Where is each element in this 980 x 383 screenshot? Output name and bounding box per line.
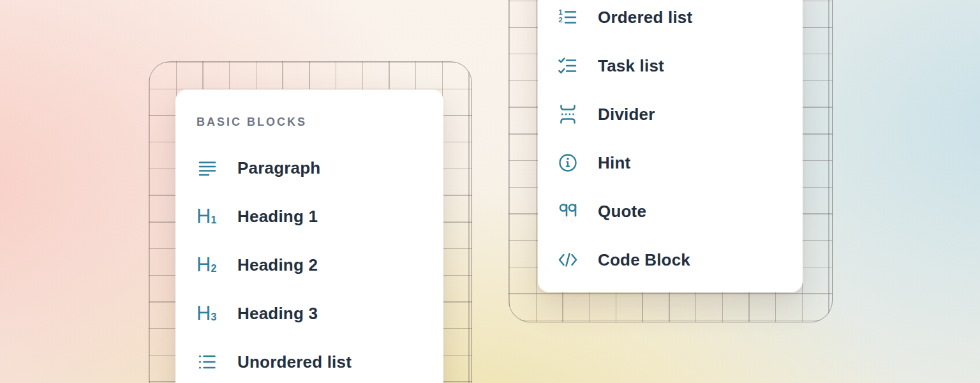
blocks-menu-continued: 12Ordered listTask listDividerHintQuoteC… xyxy=(538,0,803,292)
heading-1-icon: H1 xyxy=(197,206,218,227)
task-list-icon xyxy=(557,55,579,77)
ordered-list-icon: 12 xyxy=(557,6,579,28)
unordered-list-icon xyxy=(197,351,218,373)
svg-text:2: 2 xyxy=(559,16,563,24)
menu-item-quote[interactable]: Quote xyxy=(557,187,783,236)
menu-item-task-list[interactable]: Task list xyxy=(557,41,783,90)
svg-text:1: 1 xyxy=(559,8,563,16)
basic-blocks-item-list: ParagraphH1Heading 1H2Heading 2H3Heading… xyxy=(197,144,422,383)
menu-item-ordered-list[interactable]: 12Ordered list xyxy=(557,0,783,41)
menu-item-label: Task list xyxy=(598,56,664,76)
menu-item-heading-3[interactable]: H3Heading 3 xyxy=(197,289,422,338)
menu-item-label: Divider xyxy=(598,105,655,124)
menu-section-title: BASIC BLOCKS xyxy=(197,115,422,129)
code-block-icon xyxy=(557,249,579,271)
menu-item-label: Quote xyxy=(598,202,646,222)
hint-icon xyxy=(557,152,579,174)
menu-item-label: Unordered list xyxy=(237,352,352,372)
menu-item-heading-1[interactable]: H1Heading 1 xyxy=(197,192,422,241)
divider-icon xyxy=(557,103,579,125)
paragraph-icon xyxy=(197,157,218,179)
menu-item-heading-2[interactable]: H2Heading 2 xyxy=(197,241,422,289)
menu-item-hint[interactable]: Hint xyxy=(557,139,783,187)
quote-icon xyxy=(557,200,579,222)
menu-item-label: Heading 3 xyxy=(237,304,318,324)
heading-2-icon: H2 xyxy=(197,254,218,276)
menu-item-label: Hint xyxy=(598,153,630,173)
menu-item-label: Code Block xyxy=(598,250,690,270)
menu-item-label: Paragraph xyxy=(237,158,320,178)
menu-item-divider[interactable]: Divider xyxy=(557,90,783,139)
heading-3-icon: H3 xyxy=(197,303,218,324)
basic-blocks-menu: BASIC BLOCKS ParagraphH1Heading 1H2Headi… xyxy=(175,89,443,383)
menu-item-label: Heading 1 xyxy=(237,207,318,227)
menu-item-paragraph[interactable]: Paragraph xyxy=(197,144,422,192)
menu-item-label: Ordered list xyxy=(598,8,692,27)
menu-item-code-block[interactable]: Code Block xyxy=(557,236,783,284)
menu-item-unordered-list[interactable]: Unordered list xyxy=(197,338,422,383)
menu-item-label: Heading 2 xyxy=(237,255,318,275)
blocks-item-list: 12Ordered listTask listDividerHintQuoteC… xyxy=(557,0,783,284)
